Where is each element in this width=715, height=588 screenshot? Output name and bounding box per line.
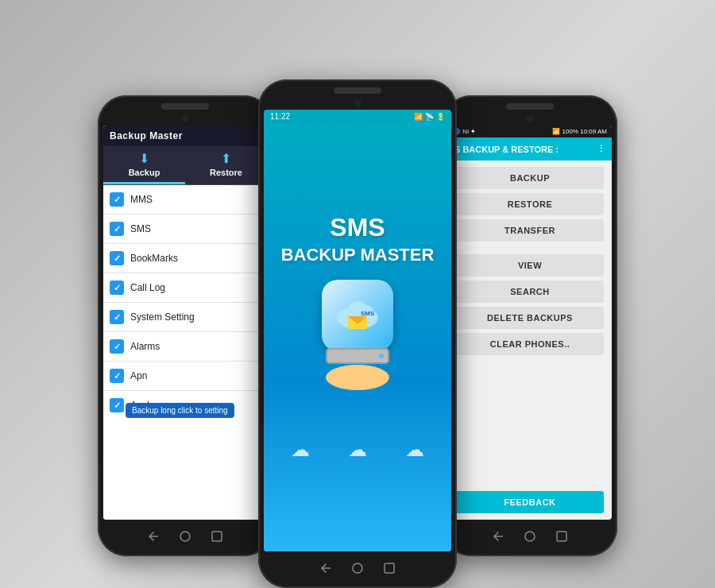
center-time: 11:22 [270, 112, 290, 121]
back-button[interactable] [145, 528, 162, 545]
list-item[interactable]: SMS [103, 215, 267, 244]
item-label-alarms: Alarms [130, 341, 160, 352]
home-button[interactable] [176, 528, 194, 545]
svg-point-0 [180, 532, 190, 541]
item-label-systemsetting: System Setting [130, 311, 195, 323]
checkbox-sms[interactable] [110, 222, 124, 236]
item-label-calllog: Call Log [130, 282, 165, 293]
svg-rect-10 [327, 350, 388, 362]
checkbox-mms[interactable] [110, 192, 124, 207]
list-item[interactable]: Call Log [103, 273, 267, 303]
app-icon-area: SMS [322, 280, 393, 351]
center-title-sms: SMS [330, 214, 385, 242]
center-nav [258, 551, 457, 588]
left-list: MMS SMS BookMarks Call Log [103, 185, 267, 520]
left-screen: Backup Master ⬇ Backup ⬆ Restore MMS [103, 126, 267, 520]
list-item[interactable]: Apn [103, 362, 267, 391]
hand-icon [310, 344, 405, 395]
left-app-title: Backup Master [103, 126, 267, 146]
checkbox-calllog[interactable] [110, 280, 124, 295]
tab-restore[interactable]: ⬆ Restore [185, 146, 267, 184]
svg-text:SMS: SMS [361, 310, 375, 317]
right-speaker [506, 103, 554, 110]
center-status-bar: 11:22 📶 📡 🔋 [264, 110, 451, 123]
checkbox-apn[interactable] [110, 369, 124, 383]
left-speaker [161, 103, 209, 110]
center-screen: 11:22 📶 📡 🔋 SMS BACKUP MASTER [264, 110, 451, 551]
recent-button-center[interactable] [381, 559, 398, 577]
right-feedback-area: FEEDBACK [448, 485, 612, 520]
list-item[interactable]: MMS [103, 185, 267, 215]
checkbox-bookmarks[interactable] [110, 251, 124, 265]
home-button-right[interactable] [521, 528, 539, 545]
svg-rect-1 [212, 532, 222, 541]
list-item[interactable]: BookMarks [103, 244, 267, 273]
left-camera [181, 114, 189, 122]
restore-button[interactable]: RESTORE [456, 193, 604, 215]
right-btn-group-2: VIEW SEARCH DELETE BACKUPS CLEAR PHONES.… [448, 251, 612, 358]
backup-button[interactable]: BACKUP [456, 167, 604, 189]
left-tabs: ⬇ Backup ⬆ Restore [103, 146, 267, 185]
item-label-bookmarks: BookMarks [130, 253, 178, 264]
scene: Backup Master ⬇ Backup ⬆ Restore MMS [0, 0, 715, 588]
svg-rect-17 [557, 532, 566, 541]
search-button[interactable]: SEARCH [456, 280, 604, 303]
right-camera [526, 114, 534, 122]
home-button-center[interactable] [349, 559, 366, 577]
list-item[interactable]: Alarms [103, 332, 267, 362]
wifi-icon: 📡 [425, 113, 434, 121]
right-status-right: 📶 100% 10:09 AM [552, 128, 607, 135]
phone-left: Backup Master ⬇ Backup ⬆ Restore MMS [98, 95, 272, 556]
restore-tab-label: Restore [210, 168, 242, 177]
backup-tab-icon: ⬇ [139, 151, 149, 166]
right-app-header: S BACKUP & RESTORE : ⋮ [448, 137, 612, 161]
tooltip-backup: Backup long click to setting [126, 403, 234, 418]
tab-backup[interactable]: ⬇ Backup [103, 146, 185, 184]
right-header-title: S BACKUP & RESTORE : [454, 145, 558, 154]
item-label-apn: Apn [130, 370, 147, 381]
back-button-right[interactable] [489, 528, 507, 545]
right-nav [443, 520, 617, 556]
right-btn-group-1: BACKUP RESTORE TRANSFER [448, 161, 612, 245]
svg-point-16 [525, 532, 535, 541]
checkbox-alarms[interactable] [110, 339, 124, 354]
view-button[interactable]: VIEW [456, 254, 604, 277]
right-screen: 🔵 NI ✦ 📶 100% 10:09 AM S BACKUP & RESTOR… [448, 126, 612, 520]
feedback-button[interactable]: FEEDBACK [456, 491, 604, 513]
right-status-bar: 🔵 NI ✦ 📶 100% 10:09 AM [448, 126, 612, 137]
clear-phones-button[interactable]: CLEAR PHONES.. [456, 333, 604, 355]
phone-right: 🔵 NI ✦ 📶 100% 10:09 AM S BACKUP & RESTOR… [443, 95, 617, 556]
back-button-center[interactable] [317, 559, 334, 577]
item-label-mms: MMS [130, 194, 153, 205]
right-header-menu[interactable]: ⋮ [597, 144, 605, 154]
recent-button[interactable] [208, 528, 226, 545]
center-title-backup: BACKUP MASTER [281, 245, 435, 265]
backup-tab-label: Backup [129, 168, 160, 177]
cloud-center: ☁ [348, 439, 367, 461]
list-item[interactable]: System Setting [103, 303, 267, 332]
clouds-bottom: ☁ ☁ ☁ [272, 439, 443, 461]
svg-rect-15 [385, 563, 394, 573]
delete-backups-button[interactable]: DELETE BACKUPS [456, 307, 604, 329]
center-camera [354, 99, 361, 106]
checkbox-systemsetting[interactable] [110, 310, 124, 324]
recent-button-right[interactable] [553, 528, 570, 545]
cloud-left: ☁ [291, 439, 310, 461]
transfer-button[interactable]: TRANSFER [456, 219, 604, 242]
app-icon[interactable]: SMS [322, 280, 393, 351]
right-divider [448, 245, 612, 251]
right-spacer [448, 358, 612, 485]
svg-point-14 [353, 563, 362, 573]
left-nav [98, 520, 272, 556]
phone-center: 11:22 📶 📡 🔋 SMS BACKUP MASTER [258, 79, 457, 588]
center-content: SMS BACKUP MASTER [264, 123, 451, 551]
svg-rect-13 [332, 371, 383, 384]
center-speaker [334, 87, 381, 94]
list-item[interactable]: Appl Backup long click to setting [103, 391, 267, 420]
restore-tab-icon: ⬆ [221, 151, 231, 166]
checkbox-appl[interactable] [110, 398, 124, 412]
battery-icon: 🔋 [436, 113, 445, 121]
cloud-right: ☁ [405, 439, 424, 461]
signal-icon: 📶 [414, 113, 423, 121]
item-label-sms: SMS [130, 223, 151, 234]
